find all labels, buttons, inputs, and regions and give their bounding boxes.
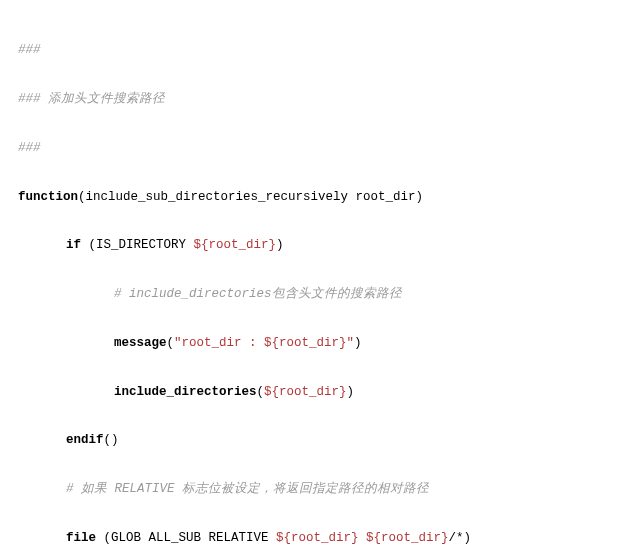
variable: ${root_dir} [264, 385, 347, 399]
comment: ### [18, 141, 41, 155]
variable: ${root_dir} [366, 531, 449, 545]
variable: ${root_dir} [276, 531, 359, 545]
keyword-message: message [114, 336, 167, 350]
variable: ${root_dir} [264, 336, 347, 350]
string: "root_dir : [174, 336, 264, 350]
text: /*) [449, 531, 472, 545]
text: ) [354, 336, 362, 350]
string: " [347, 336, 355, 350]
text: ) [347, 385, 355, 399]
text: ( [167, 336, 175, 350]
comment: # include_directories包含头文件的搜索路径 [114, 287, 402, 301]
comment: ### 添加头文件搜索路径 [18, 92, 165, 106]
text: (include_sub_directories_recursively roo… [78, 190, 423, 204]
text: (IS_DIRECTORY [81, 238, 194, 252]
text: () [104, 433, 119, 447]
keyword-file: file [66, 531, 96, 545]
keyword-if: if [66, 238, 81, 252]
variable: ${root_dir} [194, 238, 277, 252]
text: ) [276, 238, 284, 252]
comment: # 如果 RELATIVE 标志位被设定，将返回指定路径的相对路径 [66, 482, 429, 496]
text: ( [257, 385, 265, 399]
comment: ### [18, 43, 41, 57]
keyword-endif: endif [66, 433, 104, 447]
text: (GLOB ALL_SUB RELATIVE [96, 531, 276, 545]
text [359, 531, 367, 545]
keyword-include-directories: include_directories [114, 385, 257, 399]
keyword-function: function [18, 190, 78, 204]
code-block: ### ### 添加头文件搜索路径 ### function(include_s… [18, 14, 622, 549]
